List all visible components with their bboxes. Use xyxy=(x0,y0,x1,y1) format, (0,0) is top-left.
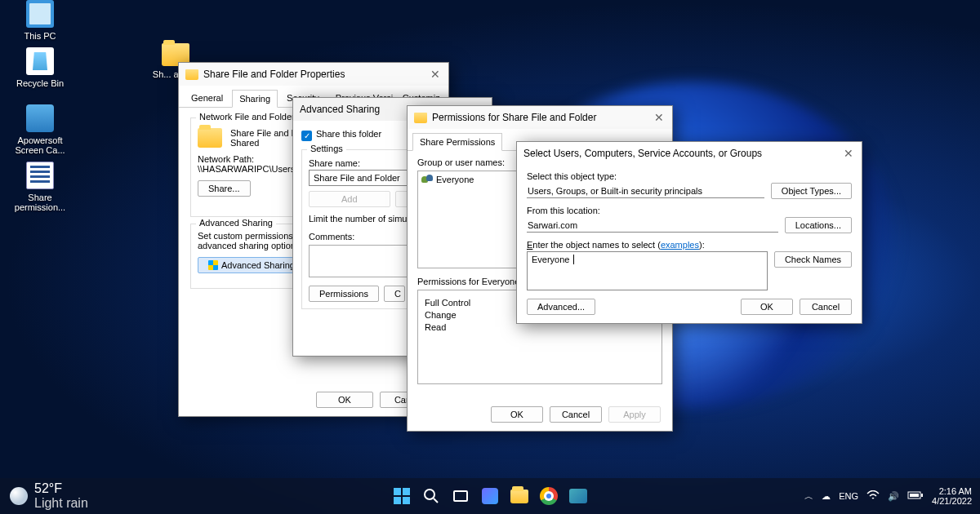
tab-sharing[interactable]: Sharing xyxy=(232,90,278,108)
window-title: Share File and Folder Properties xyxy=(203,69,345,80)
svg-line-1 xyxy=(434,498,438,503)
group-title: Advanced Sharing xyxy=(196,218,276,228)
search-icon xyxy=(423,488,439,504)
date: 4/21/2022 xyxy=(932,496,972,506)
window-title: Advanced Sharing xyxy=(300,104,380,115)
svg-rect-3 xyxy=(921,494,923,497)
taskview-icon xyxy=(453,490,468,502)
clock[interactable]: 2:16 AM 4/21/2022 xyxy=(932,486,972,506)
folder-status: Share File and F Shared xyxy=(230,128,296,148)
checkbox-icon: ✓ xyxy=(301,131,312,141)
battery-icon[interactable] xyxy=(907,490,924,502)
titlebar[interactable]: Permissions for Share File and Folder ✕ xyxy=(408,106,672,129)
language-indicator[interactable]: ENG xyxy=(839,491,858,501)
svg-rect-4 xyxy=(910,494,919,497)
close-button[interactable]: ✕ xyxy=(840,145,857,162)
time: 2:16 AM xyxy=(932,486,972,496)
volume-icon[interactable]: 🔊 xyxy=(888,491,899,502)
object-types-button[interactable]: Object Types... xyxy=(771,183,852,199)
titlebar[interactable]: Share File and Folder Properties ✕ xyxy=(179,63,448,86)
advanced-button[interactable]: Advanced... xyxy=(527,299,595,315)
add-button: Add xyxy=(309,191,390,207)
tray-chevron-icon[interactable]: ︿ xyxy=(804,490,813,503)
ok-button[interactable]: OK xyxy=(741,299,793,315)
share-button[interactable]: Share... xyxy=(198,180,251,197)
weather-icon xyxy=(10,487,28,505)
folder-icon xyxy=(414,113,427,123)
caching-button[interactable]: C xyxy=(384,286,405,302)
search-button[interactable] xyxy=(420,485,443,507)
weather-text: Light rain xyxy=(34,496,88,511)
object-type-label: Select this object type: xyxy=(527,171,852,181)
location-field: Sarwari.com xyxy=(527,219,778,233)
document-icon xyxy=(26,162,54,189)
photos-icon xyxy=(569,489,587,503)
shield-icon xyxy=(208,260,218,270)
taskbar: 52°F Light rain ︿ ☁ ENG 🔊 2:16 AM 4/21/2… xyxy=(0,478,980,514)
object-type-field: Users, Groups, or Built-in security prin… xyxy=(527,184,764,198)
cancel-button[interactable]: Cancel xyxy=(800,299,852,315)
location-label: From this location: xyxy=(527,206,852,215)
tab-share-permissions[interactable]: Share Permissions xyxy=(412,133,502,151)
check-names-button[interactable]: Check Names xyxy=(774,251,852,268)
temperature: 52°F xyxy=(34,481,88,496)
widgets-icon xyxy=(482,488,498,504)
locations-button[interactable]: Locations... xyxy=(785,217,852,233)
folder-icon xyxy=(198,128,222,148)
cancel-button[interactable]: Cancel xyxy=(550,406,602,423)
group-title: Settings xyxy=(307,144,346,153)
names-label: EEnter the object names to select (nter … xyxy=(527,240,852,250)
select-users-window: Select Users, Computers, Service Account… xyxy=(516,141,862,324)
wifi-icon[interactable] xyxy=(866,490,880,502)
onedrive-icon[interactable]: ☁ xyxy=(822,491,831,502)
titlebar[interactable]: Select Users, Computers, Service Account… xyxy=(517,142,862,165)
desktop-icon-share-doc[interactable]: Share permission... xyxy=(11,162,69,212)
tab-general[interactable]: General xyxy=(184,89,230,107)
ok-button[interactable]: OK xyxy=(491,406,543,423)
folder-icon xyxy=(510,490,528,503)
desktop-icon-this-pc[interactable]: This PC xyxy=(11,0,69,41)
desktop-icon-apowersoft[interactable]: Apowersoft Screen Ca... xyxy=(11,104,69,155)
window-title: Permissions for Share File and Folder xyxy=(432,112,596,123)
app-icon xyxy=(26,104,54,132)
examples-link[interactable]: examples xyxy=(661,240,699,250)
recycle-icon xyxy=(26,47,54,75)
chrome-button[interactable] xyxy=(537,485,560,507)
close-button[interactable]: ✕ xyxy=(427,66,443,82)
object-names-field[interactable]: Everyone xyxy=(527,251,768,290)
close-button[interactable]: ✕ xyxy=(651,109,667,126)
weather-widget[interactable]: 52°F Light rain xyxy=(10,481,88,511)
start-button[interactable] xyxy=(390,485,413,507)
people-icon xyxy=(421,175,433,184)
chrome-icon xyxy=(540,487,558,505)
widgets-button[interactable] xyxy=(479,485,501,507)
windows-icon xyxy=(394,488,410,504)
photos-button[interactable] xyxy=(567,485,590,507)
folder-icon xyxy=(185,69,198,80)
ok-button[interactable]: OK xyxy=(316,392,373,408)
apply-button: Apply xyxy=(608,406,661,423)
task-view-button[interactable] xyxy=(449,485,472,507)
desktop-icon-recycle-bin[interactable]: Recycle Bin xyxy=(11,47,69,88)
svg-point-0 xyxy=(425,490,434,499)
window-title: Select Users, Computers, Service Account… xyxy=(523,148,762,159)
explorer-button[interactable] xyxy=(508,485,531,507)
pc-icon xyxy=(26,0,54,28)
permissions-button[interactable]: Permissions xyxy=(309,286,379,302)
